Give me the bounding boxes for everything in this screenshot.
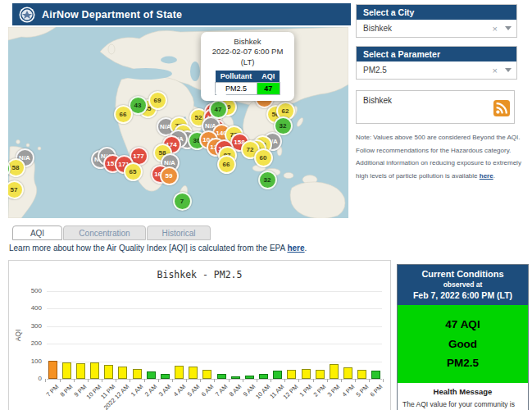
chart-bar (161, 374, 170, 379)
parameter-select-panel: Select a Parameter PM2.5 × (356, 46, 517, 80)
note-text-end: . (493, 172, 495, 180)
app-header: AirNow Department of State (12, 3, 351, 25)
rss-feed-icon[interactable] (493, 100, 510, 120)
chart-bar (189, 367, 198, 379)
observed-at-label: observed at (399, 280, 526, 289)
current-aqi-category: Good (398, 335, 528, 354)
tab-historical[interactable]: Historical (147, 226, 211, 240)
popup-col-aqi: AQI (257, 71, 280, 83)
chart-bar (202, 370, 211, 379)
health-message-block: Health Message The AQI value for your co… (398, 383, 528, 410)
chart-x-tick-mark (74, 379, 75, 382)
map-marker[interactable]: 47 (209, 100, 228, 119)
note-here-link[interactable]: here (480, 172, 493, 180)
chart-bar (343, 367, 352, 379)
chart-bar (76, 363, 85, 379)
chart-bar (48, 361, 57, 379)
city-select-value: Bishkek (363, 24, 487, 33)
chart-gridline (47, 308, 382, 309)
chart-x-tick-mark (200, 379, 201, 382)
map-marker[interactable]: 66 (217, 155, 236, 174)
chart-x-tick-mark (144, 379, 145, 382)
learn-more-here-link[interactable]: here (287, 244, 304, 253)
chart-x-tick-label: 11 AM (268, 383, 285, 400)
chart-x-tick-mark (257, 379, 257, 382)
chart-x-tick-mark (60, 379, 61, 382)
current-pollutant: PM2.5 (398, 353, 528, 373)
popup-aqi-table: Pollutant AQI PM2.5 47 (215, 71, 280, 95)
chart-x-tick-mark (229, 379, 230, 382)
map-markers: N/A58574543696652N/A7752N/A30N/A17458N/A… (8, 27, 348, 218)
chart-x-tick-label: 4 AM (171, 383, 186, 398)
popup-city: Bishkek (204, 37, 291, 47)
chart-x-tick-label: 7 AM (214, 383, 229, 398)
chart-bar (62, 362, 71, 379)
chart-gridline (47, 291, 382, 292)
chart-x-tick-mark (45, 379, 46, 382)
chart-bar (175, 366, 184, 379)
health-message-title: Health Message (402, 387, 523, 396)
chart-y-tick-label: 0 (16, 375, 42, 382)
chart-x-tick-label: 2 AM (143, 383, 158, 398)
chart-x-tick-label: 5 AM (186, 383, 201, 398)
parameter-clear-icon[interactable]: × (487, 66, 503, 75)
parameter-select[interactable]: PM2.5 × (357, 61, 516, 79)
parameter-dropdown-caret-icon[interactable] (505, 68, 512, 72)
health-message-text: The AQI value for your community is betw… (402, 399, 523, 410)
chart-bar (302, 369, 311, 379)
map-marker[interactable]: 59 (160, 166, 179, 185)
chart-bar (245, 376, 254, 379)
map-marker[interactable]: 7 (173, 192, 192, 211)
map-marker[interactable]: 57 (8, 180, 24, 199)
city-select[interactable]: Bishkek × (357, 20, 516, 37)
tab-aqi[interactable]: AQI (12, 226, 62, 240)
tab-concentration[interactable]: Concentration (63, 226, 146, 240)
chart-x-tick-mark (271, 379, 271, 382)
chart-x-tick-mark (172, 379, 173, 382)
chart-x-tick-label: 8 PM (59, 383, 75, 399)
chart-x-tick-label: 6 AM (200, 383, 215, 398)
chart-x-tick-mark (186, 379, 187, 382)
chart-x-tick-label: 12 PM (282, 383, 300, 401)
learn-more-body: Learn more about how the Air Quality Ind… (9, 244, 287, 253)
popup-col-pollutant: Pollutant (216, 71, 257, 83)
chart-bar (273, 371, 282, 379)
city-dropdown-caret-icon[interactable] (505, 26, 512, 30)
map-marker[interactable]: 66 (114, 105, 133, 124)
map[interactable]: N/A58574543696652N/A7752N/A30N/A17458N/A… (8, 27, 348, 218)
current-conditions-title: Current Conditions (399, 269, 526, 279)
chart-x-tick-label: 10 PM (84, 383, 102, 401)
aqi-chart-card: Bishkek - PM2.5 AQI 01002003004005007 PM… (8, 260, 391, 410)
map-marker[interactable]: 58 (8, 158, 25, 177)
chart-y-tick-label: 100 (16, 358, 42, 365)
current-conditions-panel: Current Conditions observed at Feb 7, 20… (397, 264, 529, 410)
chart-y-tick-label: 300 (16, 322, 42, 330)
city-select-panel: Select a City Bishkek × (356, 4, 517, 38)
popup-tail (215, 93, 228, 100)
chart-x-tick-mark (130, 379, 130, 382)
city-clear-icon[interactable]: × (487, 24, 503, 34)
chart-x-tick-mark (116, 379, 116, 382)
chart-x-tick-mark (313, 379, 314, 382)
chart-bar (330, 364, 339, 379)
map-marker[interactable]: 69 (148, 91, 167, 110)
chart-x-tick-mark (88, 379, 89, 382)
parameter-select-value: PM2.5 (363, 66, 487, 75)
chart-bar (371, 371, 380, 379)
chart-x-tick-mark (341, 379, 342, 382)
city-select-label: Select a City (357, 5, 516, 20)
parameter-select-label: Select a Parameter (357, 47, 516, 61)
chart-x-tick-mark (214, 379, 215, 382)
popup-aqi-value: 47 (257, 83, 280, 95)
popup-timezone: (LT) (204, 57, 291, 67)
map-marker[interactable]: 60 (254, 148, 273, 167)
chart-bar (90, 362, 99, 379)
chart-bar (104, 365, 113, 379)
tab-concentration-label: Concentration (79, 229, 130, 238)
map-marker[interactable]: 65 (124, 162, 143, 181)
chart-bar (118, 367, 127, 379)
chart-x-tick-label: 2 PM (312, 383, 328, 399)
chart-plot: 01002003004005007 PM8 PM9 PM10 PM11 PM20… (9, 261, 390, 410)
chart-x-tick-label: 1 PM (298, 383, 314, 399)
map-marker[interactable]: 32 (258, 171, 277, 189)
